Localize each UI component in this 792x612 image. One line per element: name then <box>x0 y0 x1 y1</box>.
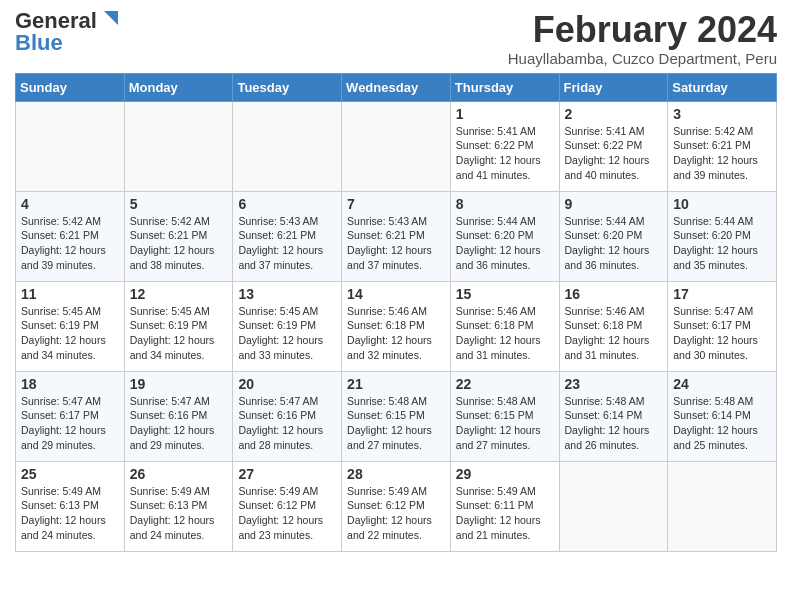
page-header: General Blue February 2024 Huayllabamba,… <box>15 10 777 67</box>
day-info: Sunrise: 5:43 AM Sunset: 6:21 PM Dayligh… <box>238 214 336 273</box>
day-info: Sunrise: 5:48 AM Sunset: 6:15 PM Dayligh… <box>347 394 445 453</box>
day-info: Sunrise: 5:49 AM Sunset: 6:13 PM Dayligh… <box>21 484 119 543</box>
title-block: February 2024 Huayllabamba, Cuzco Depart… <box>508 10 777 67</box>
logo-triangle-icon <box>100 9 118 27</box>
calendar-cell: 11Sunrise: 5:45 AM Sunset: 6:19 PM Dayli… <box>16 281 125 371</box>
calendar-cell: 23Sunrise: 5:48 AM Sunset: 6:14 PM Dayli… <box>559 371 668 461</box>
svg-marker-0 <box>104 11 118 25</box>
day-number: 13 <box>238 286 336 302</box>
calendar-cell: 6Sunrise: 5:43 AM Sunset: 6:21 PM Daylig… <box>233 191 342 281</box>
day-number: 20 <box>238 376 336 392</box>
day-number: 3 <box>673 106 771 122</box>
day-info: Sunrise: 5:47 AM Sunset: 6:17 PM Dayligh… <box>673 304 771 363</box>
calendar-cell: 19Sunrise: 5:47 AM Sunset: 6:16 PM Dayli… <box>124 371 233 461</box>
column-header-wednesday: Wednesday <box>342 73 451 101</box>
column-header-tuesday: Tuesday <box>233 73 342 101</box>
day-number: 22 <box>456 376 554 392</box>
calendar-cell <box>16 101 125 191</box>
day-number: 25 <box>21 466 119 482</box>
calendar-cell: 28Sunrise: 5:49 AM Sunset: 6:12 PM Dayli… <box>342 461 451 551</box>
day-info: Sunrise: 5:43 AM Sunset: 6:21 PM Dayligh… <box>347 214 445 273</box>
calendar-cell: 1Sunrise: 5:41 AM Sunset: 6:22 PM Daylig… <box>450 101 559 191</box>
calendar-cell: 4Sunrise: 5:42 AM Sunset: 6:21 PM Daylig… <box>16 191 125 281</box>
day-number: 29 <box>456 466 554 482</box>
day-number: 26 <box>130 466 228 482</box>
day-number: 19 <box>130 376 228 392</box>
day-info: Sunrise: 5:41 AM Sunset: 6:22 PM Dayligh… <box>565 124 663 183</box>
calendar-cell: 14Sunrise: 5:46 AM Sunset: 6:18 PM Dayli… <box>342 281 451 371</box>
calendar-cell: 22Sunrise: 5:48 AM Sunset: 6:15 PM Dayli… <box>450 371 559 461</box>
day-info: Sunrise: 5:41 AM Sunset: 6:22 PM Dayligh… <box>456 124 554 183</box>
calendar-cell <box>342 101 451 191</box>
day-info: Sunrise: 5:45 AM Sunset: 6:19 PM Dayligh… <box>130 304 228 363</box>
day-info: Sunrise: 5:46 AM Sunset: 6:18 PM Dayligh… <box>456 304 554 363</box>
month-year: February 2024 <box>508 10 777 50</box>
day-number: 27 <box>238 466 336 482</box>
day-info: Sunrise: 5:46 AM Sunset: 6:18 PM Dayligh… <box>347 304 445 363</box>
calendar-table: SundayMondayTuesdayWednesdayThursdayFrid… <box>15 73 777 552</box>
day-info: Sunrise: 5:48 AM Sunset: 6:15 PM Dayligh… <box>456 394 554 453</box>
day-info: Sunrise: 5:45 AM Sunset: 6:19 PM Dayligh… <box>21 304 119 363</box>
calendar-cell <box>233 101 342 191</box>
day-number: 18 <box>21 376 119 392</box>
day-info: Sunrise: 5:44 AM Sunset: 6:20 PM Dayligh… <box>673 214 771 273</box>
day-info: Sunrise: 5:49 AM Sunset: 6:11 PM Dayligh… <box>456 484 554 543</box>
day-number: 23 <box>565 376 663 392</box>
day-number: 8 <box>456 196 554 212</box>
day-number: 21 <box>347 376 445 392</box>
calendar-cell: 26Sunrise: 5:49 AM Sunset: 6:13 PM Dayli… <box>124 461 233 551</box>
calendar-cell: 16Sunrise: 5:46 AM Sunset: 6:18 PM Dayli… <box>559 281 668 371</box>
day-info: Sunrise: 5:44 AM Sunset: 6:20 PM Dayligh… <box>565 214 663 273</box>
day-number: 28 <box>347 466 445 482</box>
day-number: 17 <box>673 286 771 302</box>
day-info: Sunrise: 5:47 AM Sunset: 6:17 PM Dayligh… <box>21 394 119 453</box>
day-info: Sunrise: 5:49 AM Sunset: 6:12 PM Dayligh… <box>347 484 445 543</box>
calendar-cell: 27Sunrise: 5:49 AM Sunset: 6:12 PM Dayli… <box>233 461 342 551</box>
calendar-cell: 15Sunrise: 5:46 AM Sunset: 6:18 PM Dayli… <box>450 281 559 371</box>
calendar-cell: 24Sunrise: 5:48 AM Sunset: 6:14 PM Dayli… <box>668 371 777 461</box>
day-number: 4 <box>21 196 119 212</box>
calendar-header-row: SundayMondayTuesdayWednesdayThursdayFrid… <box>16 73 777 101</box>
day-number: 10 <box>673 196 771 212</box>
calendar-cell: 21Sunrise: 5:48 AM Sunset: 6:15 PM Dayli… <box>342 371 451 461</box>
calendar-week-5: 25Sunrise: 5:49 AM Sunset: 6:13 PM Dayli… <box>16 461 777 551</box>
day-number: 11 <box>21 286 119 302</box>
column-header-saturday: Saturday <box>668 73 777 101</box>
calendar-cell <box>668 461 777 551</box>
logo-blue-text: Blue <box>15 32 63 54</box>
day-number: 14 <box>347 286 445 302</box>
column-header-sunday: Sunday <box>16 73 125 101</box>
day-number: 9 <box>565 196 663 212</box>
logo-general-text: General <box>15 10 97 32</box>
day-number: 6 <box>238 196 336 212</box>
calendar-cell <box>559 461 668 551</box>
day-number: 5 <box>130 196 228 212</box>
day-number: 7 <box>347 196 445 212</box>
calendar-cell: 3Sunrise: 5:42 AM Sunset: 6:21 PM Daylig… <box>668 101 777 191</box>
day-info: Sunrise: 5:49 AM Sunset: 6:13 PM Dayligh… <box>130 484 228 543</box>
calendar-cell: 25Sunrise: 5:49 AM Sunset: 6:13 PM Dayli… <box>16 461 125 551</box>
day-info: Sunrise: 5:46 AM Sunset: 6:18 PM Dayligh… <box>565 304 663 363</box>
calendar-week-4: 18Sunrise: 5:47 AM Sunset: 6:17 PM Dayli… <box>16 371 777 461</box>
column-header-monday: Monday <box>124 73 233 101</box>
day-info: Sunrise: 5:44 AM Sunset: 6:20 PM Dayligh… <box>456 214 554 273</box>
logo: General Blue <box>15 10 118 54</box>
calendar-body: 1Sunrise: 5:41 AM Sunset: 6:22 PM Daylig… <box>16 101 777 551</box>
day-number: 24 <box>673 376 771 392</box>
calendar-cell: 9Sunrise: 5:44 AM Sunset: 6:20 PM Daylig… <box>559 191 668 281</box>
day-number: 12 <box>130 286 228 302</box>
day-info: Sunrise: 5:47 AM Sunset: 6:16 PM Dayligh… <box>130 394 228 453</box>
day-info: Sunrise: 5:42 AM Sunset: 6:21 PM Dayligh… <box>673 124 771 183</box>
column-header-friday: Friday <box>559 73 668 101</box>
column-header-thursday: Thursday <box>450 73 559 101</box>
day-number: 2 <box>565 106 663 122</box>
day-info: Sunrise: 5:42 AM Sunset: 6:21 PM Dayligh… <box>130 214 228 273</box>
day-info: Sunrise: 5:49 AM Sunset: 6:12 PM Dayligh… <box>238 484 336 543</box>
day-info: Sunrise: 5:47 AM Sunset: 6:16 PM Dayligh… <box>238 394 336 453</box>
day-info: Sunrise: 5:48 AM Sunset: 6:14 PM Dayligh… <box>673 394 771 453</box>
calendar-cell: 18Sunrise: 5:47 AM Sunset: 6:17 PM Dayli… <box>16 371 125 461</box>
day-number: 16 <box>565 286 663 302</box>
calendar-week-2: 4Sunrise: 5:42 AM Sunset: 6:21 PM Daylig… <box>16 191 777 281</box>
day-info: Sunrise: 5:42 AM Sunset: 6:21 PM Dayligh… <box>21 214 119 273</box>
calendar-cell: 13Sunrise: 5:45 AM Sunset: 6:19 PM Dayli… <box>233 281 342 371</box>
